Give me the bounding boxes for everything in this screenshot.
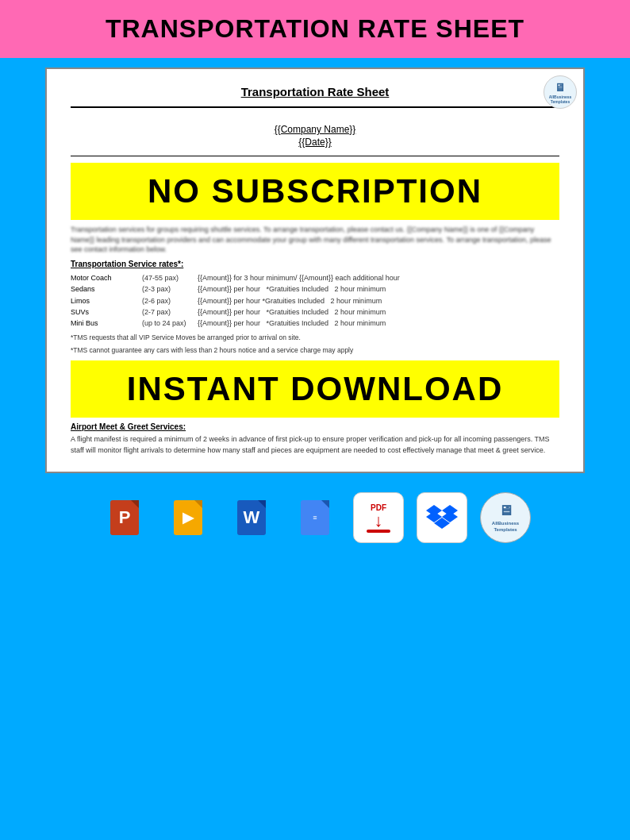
rate-value: {{Amount}} per hour *Gratuities Included…: [198, 318, 559, 329]
word-icon[interactable]: W: [226, 492, 277, 543]
company-section: {{Company Name}} {{Date}}: [71, 116, 559, 156]
instant-download-banner: INSTANT DOWNLOAD: [71, 360, 559, 418]
vehicle-name: SUVs: [71, 306, 142, 318]
rate-value: {{Amount}} per hour *Gratuities Included…: [198, 306, 559, 318]
pax-range: (47-55 pax): [142, 272, 198, 283]
ppt-inner: P: [110, 500, 139, 535]
table-row: Limos (2-6 pax) {{Amount}} per hour *Gra…: [71, 295, 559, 306]
doc-title: Transportation Rate Sheet: [71, 85, 559, 98]
airport-text: A flight manifest is required a minimum …: [71, 434, 559, 456]
table-row: Sedans (2-3 pax) {{Amount}} per hour *Gr…: [71, 283, 559, 295]
airport-section: Airport Meet & Greet Services: A flight …: [71, 422, 559, 456]
rate-value: {{Amount}} per hour *Gratuities Included…: [198, 295, 559, 306]
doc-header: Transportation Rate Sheet: [71, 85, 559, 108]
rate-value: {{Amount}} for 3 hour minimum/ {{Amount}…: [198, 272, 559, 283]
allbiz-bottom-label: AllBusinessTemplates: [492, 521, 519, 534]
allbiz-label-top: AllBusinessTemplates: [549, 94, 572, 104]
top-banner: TRANSPORTATION RATE SHEET: [0, 0, 630, 58]
no-subscription-banner: NO SUBSCRIPTION: [71, 163, 559, 220]
google-docs-icon[interactable]: ≡: [290, 492, 340, 543]
vehicle-name: Sedans: [71, 283, 142, 295]
pax-range: (2-3 pax): [142, 283, 198, 295]
dropbox-symbol: [426, 503, 458, 532]
notes-text-2: *TMS cannot guarantee any cars with less…: [71, 345, 559, 356]
pdf-inner: PDF ↓: [367, 503, 390, 533]
allbiz-monitor-icon: 🖥: [498, 503, 513, 519]
vehicle-name: Motor Coach: [71, 272, 142, 283]
dropbox-icon[interactable]: [417, 492, 467, 543]
allbiz-logo-top: 🖥 AllBusinessTemplates: [544, 75, 577, 109]
intro-text-1: Transportation services for groups requi…: [71, 225, 559, 255]
instant-download-text: INSTANT DOWNLOAD: [127, 370, 504, 407]
intro-section: Transportation services for groups requi…: [71, 225, 559, 255]
google-slides-icon[interactable]: ▶: [163, 492, 213, 543]
document-wrapper: 🖥 AllBusinessTemplates Transportation Ra…: [45, 67, 585, 473]
vehicle-name: Mini Bus: [71, 318, 142, 329]
word-inner: W: [237, 500, 266, 535]
gdoc2-inner: ≡: [301, 500, 329, 535]
dropbox-inner: [426, 503, 458, 532]
gslides-inner: ▶: [174, 500, 202, 535]
gdoc2-lines: ≡: [313, 514, 317, 522]
notes-text-1: *TMS requests that all VIP Service Moves…: [71, 333, 559, 343]
gslides-label: ▶: [182, 509, 194, 526]
pdf-arrow-icon: ↓: [375, 512, 383, 530]
table-row: Motor Coach (47-55 pax) {{Amount}} for 3…: [71, 272, 559, 283]
rate-table: Motor Coach (47-55 pax) {{Amount}} for 3…: [71, 272, 559, 329]
allbiz-bottom-icon[interactable]: 🖥 AllBusinessTemplates: [480, 492, 531, 543]
no-subscription-text: NO SUBSCRIPTION: [148, 172, 482, 210]
main-area: 🖥 AllBusinessTemplates Transportation Ra…: [0, 58, 630, 481]
airport-heading: Airport Meet & Greet Services:: [71, 422, 559, 431]
rates-heading: Transportation Service rates*:: [71, 260, 559, 268]
company-name-field: {{Company Name}}: [71, 124, 559, 135]
monitor-icon: 🖥: [555, 81, 566, 94]
pdf-bar: [367, 530, 390, 533]
powerpoint-icon[interactable]: P: [99, 492, 150, 543]
pax-range: (up to 24 pax): [142, 318, 198, 329]
rates-section: Transportation Service rates*: Motor Coa…: [71, 260, 559, 356]
page-title: TRANSPORTATION RATE SHEET: [8, 14, 622, 44]
vehicle-name: Limos: [71, 295, 142, 306]
pax-range: (2-7 pax): [142, 306, 198, 318]
table-row: SUVs (2-7 pax) {{Amount}} per hour *Grat…: [71, 306, 559, 318]
pax-range: (2-6 pax): [142, 295, 198, 306]
pdf-icon[interactable]: PDF ↓: [353, 492, 404, 543]
bottom-bar: P ▶ W ≡ PDF ↓: [0, 481, 630, 549]
date-field: {{Date}}: [71, 137, 559, 148]
table-row: Mini Bus (up to 24 pax) {{Amount}} per h…: [71, 318, 559, 329]
rate-value: {{Amount}} per hour *Gratuities Included…: [198, 283, 559, 295]
